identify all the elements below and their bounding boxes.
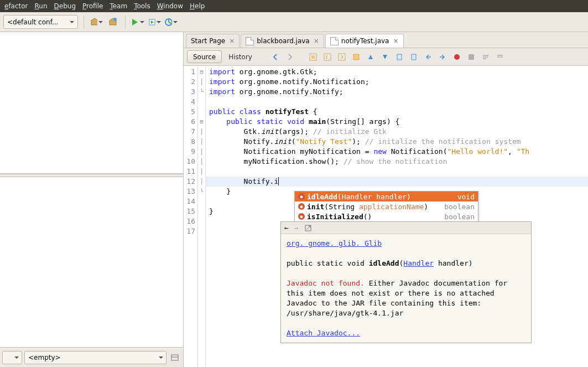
menu-team[interactable]: Team [106,1,131,11]
attach-javadoc-link[interactable]: Attach Javadoc... [287,329,360,337]
javadoc-toolbar: ← → [281,222,531,234]
line-gutter: 1234567891011121314151617 [184,66,198,367]
nav-back-icon[interactable] [270,51,281,63]
prev-bookmark-icon[interactable] [394,51,405,63]
close-tab-icon[interactable]: × [228,37,236,45]
uncomment-icon[interactable] [495,51,506,63]
macro-rec-icon[interactable] [451,51,462,63]
fold-gutter[interactable]: ⊟│└ ⊟││││││└ [198,66,206,367]
toggle-highlight-icon[interactable] [351,51,362,63]
doc-fwd-icon[interactable]: → [294,223,299,233]
next-bookmark-icon[interactable] [408,51,419,63]
shift-right-icon[interactable] [437,51,448,63]
close-tab-icon[interactable]: × [313,37,320,45]
run-button[interactable] [131,15,144,29]
menu-tools[interactable]: Tools [131,1,154,11]
editor-tabs: Start Page×blackboard.java×notifyTest.ja… [184,32,588,48]
svg-rect-6 [311,55,315,59]
completion-isInitialized[interactable]: ●isInitialized()boolean [295,211,478,221]
filter-combo[interactable] [2,351,22,364]
menu-debug[interactable]: Debug [51,1,79,11]
doc-back-icon[interactable]: ← [284,223,289,233]
find-selection-icon[interactable] [308,51,319,63]
left-panel: <empty> [0,32,184,367]
comment-icon[interactable] [480,51,491,63]
tab-start-page[interactable]: Start Page× [186,34,240,48]
menu-bar: efactorRunDebugProfileTeamToolsWindowHel… [0,0,588,12]
profile-button[interactable] [164,15,178,29]
svg-point-0 [113,18,117,21]
java-file-icon [330,37,339,45]
debug-button[interactable] [148,15,161,29]
completion-init[interactable]: ●init(String applicationName)boolean [295,201,478,211]
shift-left-icon[interactable] [423,51,434,63]
svg-rect-3 [171,355,178,360]
bookmark-next-icon[interactable] [379,51,391,63]
menu-window[interactable]: Window [154,1,186,11]
svg-point-12 [454,54,460,60]
source-view-button[interactable]: Source [187,50,222,63]
projects-panel[interactable] [0,32,183,174]
svg-rect-9 [353,54,359,60]
svg-rect-10 [397,54,402,60]
members-settings-icon[interactable] [169,352,181,364]
svg-rect-11 [412,54,416,60]
build-button[interactable] [90,15,103,29]
doc-ext-icon[interactable] [304,224,312,232]
tab-notifytest-java[interactable]: notifyTest.java× [325,34,404,48]
bookmark-prev-icon[interactable] [365,51,376,63]
nav-fwd-icon[interactable] [284,51,295,63]
menu-help[interactable]: Help [186,1,208,11]
history-view-button[interactable]: History [225,53,256,61]
close-tab-icon[interactable]: × [392,37,399,45]
find-prev-icon[interactable] [322,51,333,63]
java-file-icon [246,37,254,45]
clean-build-button[interactable] [106,15,119,29]
svg-rect-7 [324,54,331,60]
menu-efactor[interactable]: efactor [1,1,32,11]
doc-notfound-text: Javadoc not found. [287,279,365,287]
tab-blackboard-java[interactable]: blackboard.java× [241,34,324,48]
config-selector[interactable]: <default conf... [3,15,78,29]
main-toolbar: <default conf... [0,12,588,32]
editor-toolbar: Source History [184,48,588,66]
navigator-panel[interactable] [0,177,183,347]
completion-idleAdd[interactable]: ●idleAdd(Handler handler)void [295,192,478,201]
doc-package-link[interactable]: org. gnome. glib. Glib [287,239,382,247]
macro-stop-icon[interactable] [466,51,477,63]
menu-profile[interactable]: Profile [79,1,106,11]
members-combo[interactable]: <empty> [24,351,166,364]
code-completion-popup[interactable]: ●idleAdd(Handler handler)void●init(Strin… [294,191,478,222]
menu-run[interactable]: Run [32,1,51,11]
members-toolbar: <empty> [0,347,183,367]
doc-param-type-link[interactable]: Handler [403,259,434,267]
svg-rect-8 [339,54,345,60]
svg-rect-13 [469,54,474,60]
find-next-icon[interactable] [336,51,347,63]
javadoc-popup: ← → org. gnome. glib. Glib public static… [280,221,532,343]
